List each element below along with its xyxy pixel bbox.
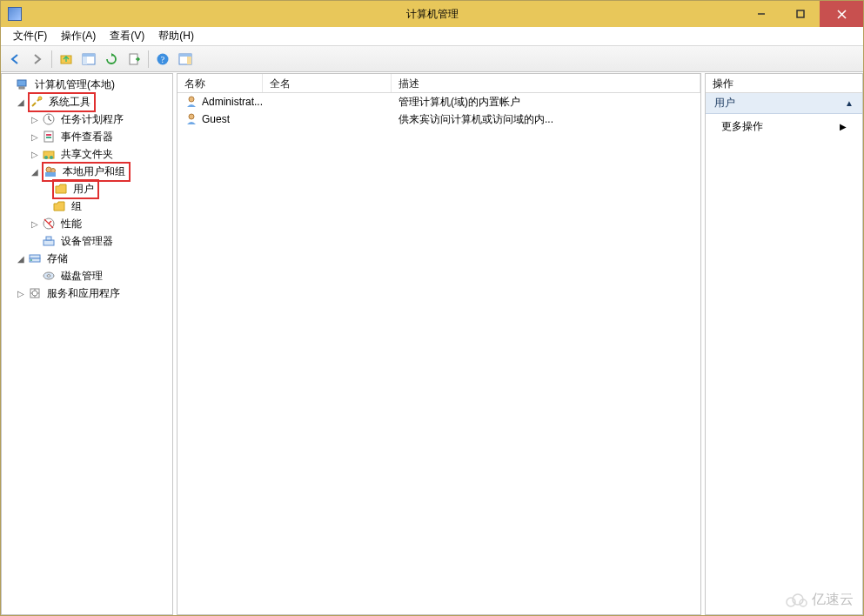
clock-icon [42, 112, 56, 126]
up-button[interactable] [56, 49, 77, 70]
actions-section-users[interactable]: 用户 ▲ [706, 93, 862, 114]
shared-folder-icon [42, 147, 56, 161]
tree-system-tools[interactable]: ◢ 系统工具 [2, 93, 172, 110]
column-description[interactable]: 描述 [392, 74, 700, 92]
minimize-button[interactable] [741, 1, 780, 27]
toolbar: ? [1, 46, 863, 72]
actions-header: 操作 [706, 74, 862, 93]
menu-action[interactable]: 操作(A) [54, 27, 103, 45]
show-hide-tree-button[interactable] [78, 49, 99, 70]
cell-name: Administrat... [202, 96, 263, 108]
actions-more-label: 更多操作 [721, 119, 763, 134]
action-pane-button[interactable] [175, 49, 196, 70]
svg-text:?: ? [161, 55, 165, 64]
tree-users[interactable]: 用户 [2, 180, 172, 198]
actions-panel: 操作 用户 ▲ 更多操作 ▶ [705, 73, 863, 615]
tree-label: 共享文件夹 [59, 146, 115, 163]
tree-shared-folders[interactable]: ▷ 共享文件夹 [2, 145, 172, 163]
svg-point-39 [189, 114, 194, 119]
svg-rect-20 [46, 137, 51, 138]
menu-help[interactable]: 帮助(H) [151, 27, 201, 45]
collapse-arrow-icon: ▲ [845, 98, 854, 108]
svg-rect-13 [187, 57, 191, 64]
performance-icon [42, 217, 56, 231]
forward-button[interactable] [27, 49, 48, 70]
actions-section-label: 用户 [714, 96, 735, 110]
svg-point-33 [30, 259, 32, 261]
expand-icon[interactable]: ▷ [30, 149, 40, 159]
collapse-icon[interactable]: ◢ [16, 253, 26, 264]
collapse-icon[interactable]: ◢ [16, 97, 26, 107]
tree-label: 组 [70, 198, 84, 215]
window-title: 计算机管理 [1, 7, 863, 22]
tree-storage[interactable]: ◢ 存储 [2, 250, 172, 267]
svg-rect-29 [44, 240, 54, 245]
tree-groups[interactable]: 组 [2, 198, 172, 215]
event-icon [42, 130, 56, 144]
svg-point-22 [44, 156, 48, 159]
services-icon [28, 286, 42, 300]
menu-view[interactable]: 查看(V) [103, 27, 151, 45]
list-row[interactable]: Guest 供来宾访问计算机或访问域的内... [177, 110, 700, 128]
svg-rect-14 [17, 80, 26, 86]
svg-rect-26 [45, 172, 56, 177]
submenu-arrow-icon: ▶ [840, 122, 847, 131]
tree-label: 用户 [71, 181, 96, 198]
svg-point-35 [47, 275, 50, 278]
tree-label: 本地用户和组 [61, 164, 127, 180]
svg-rect-7 [83, 57, 87, 64]
computer-icon [16, 77, 30, 91]
tree-root[interactable]: 计算机管理(本地) [2, 76, 172, 93]
svg-point-24 [46, 167, 51, 172]
tools-icon [30, 95, 44, 109]
expand-icon[interactable]: ▷ [30, 218, 40, 229]
svg-point-23 [50, 156, 53, 159]
help-button[interactable]: ? [152, 49, 173, 70]
svg-rect-6 [83, 54, 95, 57]
svg-point-16 [38, 97, 42, 100]
back-button[interactable] [4, 49, 25, 70]
column-full-name[interactable]: 全名 [263, 74, 392, 92]
highlight-users: 用户 [52, 179, 99, 199]
close-button[interactable] [820, 1, 863, 27]
content-area: 计算机管理(本地) ◢ 系统工具 ▷ 任务计划程序 ▷ [1, 72, 863, 615]
expand-icon[interactable]: ▷ [30, 114, 40, 124]
users-icon [44, 164, 57, 178]
column-name[interactable]: 名称 [177, 74, 263, 92]
collapse-icon[interactable]: ◢ [30, 166, 40, 177]
list-header: 名称 全名 描述 [177, 74, 700, 93]
tree-local-users-groups[interactable]: ◢ 本地用户和组 [2, 163, 172, 180]
refresh-button[interactable] [101, 49, 122, 70]
highlight-system-tools: 系统工具 [28, 92, 96, 112]
tree-services-apps[interactable]: ▷ 服务和应用程序 [2, 285, 172, 302]
tree-label: 事件查看器 [59, 129, 115, 145]
svg-point-38 [189, 97, 194, 102]
app-icon [8, 7, 22, 21]
tree-label: 性能 [59, 216, 84, 232]
tree-panel: 计算机管理(本地) ◢ 系统工具 ▷ 任务计划程序 ▷ [1, 73, 173, 615]
menu-file[interactable]: 文件(F) [6, 27, 54, 45]
storage-icon [28, 251, 42, 265]
tree-event-viewer[interactable]: ▷ 事件查看器 [2, 128, 172, 145]
folder-icon [52, 199, 66, 213]
console-tree[interactable]: 计算机管理(本地) ◢ 系统工具 ▷ 任务计划程序 ▷ [2, 74, 172, 614]
tree-label: 系统工具 [47, 94, 92, 110]
disk-icon [42, 269, 56, 283]
title-bar: 计算机管理 [1, 1, 863, 27]
list-row[interactable]: Administrat... 管理计算机(域)的内置帐户 [177, 93, 700, 110]
expand-icon[interactable]: ▷ [16, 288, 26, 298]
tree-label: 存储 [45, 251, 70, 267]
tree-device-manager[interactable]: 设备管理器 [2, 232, 172, 250]
user-icon [184, 95, 198, 109]
expand-icon[interactable]: ▷ [30, 131, 40, 142]
tree-performance[interactable]: ▷ 性能 [2, 215, 172, 232]
export-button[interactable] [124, 49, 144, 70]
maximize-button[interactable] [780, 1, 820, 27]
cell-description: 管理计算机(域)的内置帐户 [392, 95, 700, 110]
tree-task-scheduler[interactable]: ▷ 任务计划程序 [2, 110, 172, 128]
tree-disk-management[interactable]: 磁盘管理 [2, 267, 172, 285]
tree-label: 计算机管理(本地) [33, 77, 117, 93]
list-body[interactable]: Administrat... 管理计算机(域)的内置帐户 Guest 供来宾访问… [177, 93, 700, 614]
actions-more[interactable]: 更多操作 ▶ [706, 114, 862, 139]
cell-description: 供来宾访问计算机或访问域的内... [392, 112, 700, 127]
